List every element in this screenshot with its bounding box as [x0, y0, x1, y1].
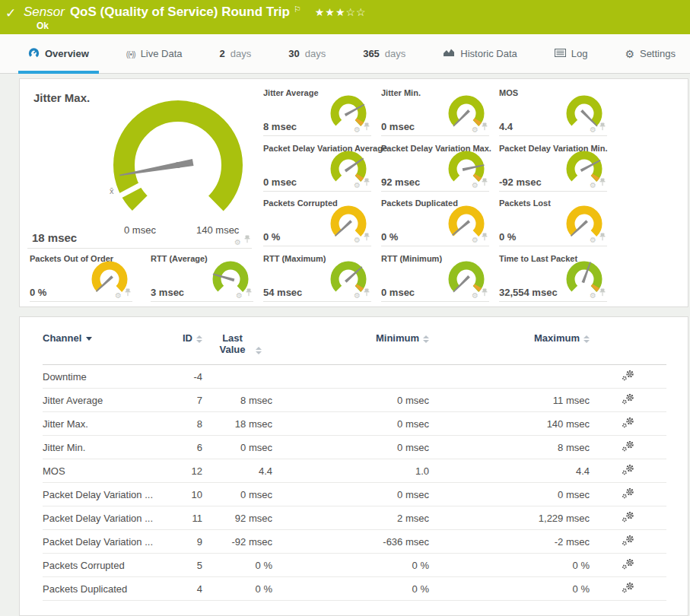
- gauge-title: Jitter Average: [263, 88, 319, 97]
- cell-channel[interactable]: Downtime: [43, 365, 168, 389]
- gear-icon[interactable]: ⚙: [354, 237, 361, 244]
- cell-maximum: 0 %: [429, 577, 590, 601]
- channel-settings-icon[interactable]: [622, 372, 635, 383]
- gear-icon[interactable]: ⚙: [354, 292, 361, 300]
- column-header-settings: [590, 328, 666, 365]
- tab-overview[interactable]: Overview: [23, 34, 94, 74]
- channel-settings-icon[interactable]: [622, 466, 635, 478]
- cell-channel[interactable]: Jitter Average: [43, 389, 168, 412]
- pin-icon[interactable]: [482, 120, 488, 134]
- gear-icon[interactable]: ⚙: [472, 182, 479, 189]
- pin-icon[interactable]: [246, 286, 252, 300]
- gear-icon[interactable]: ⚙: [590, 126, 596, 134]
- gauge-tile-packets-duplicated: Packets Duplicated0 %⚙: [381, 198, 489, 246]
- tab-settings[interactable]: ⚙Settings: [619, 34, 681, 74]
- gauge-value: 0 %: [263, 231, 280, 243]
- cell-minimum: 0 %: [272, 577, 429, 601]
- column-header-last-value[interactable]: Last Value: [202, 328, 272, 365]
- tab-label: Historic Data: [460, 48, 517, 59]
- sort-icon: [583, 335, 590, 343]
- tab-day-count: 30: [288, 48, 299, 59]
- cell-minimum: [272, 365, 429, 389]
- gear-icon[interactable]: ⚙: [234, 239, 241, 246]
- channel-settings-icon[interactable]: [622, 560, 635, 572]
- tab-live-data[interactable]: ((•))Live Data: [121, 34, 188, 74]
- pin-icon[interactable]: [364, 120, 370, 134]
- pin-icon[interactable]: [599, 286, 606, 300]
- channel-settings-icon[interactable]: [622, 537, 635, 548]
- pin-icon[interactable]: [244, 233, 250, 246]
- cell-id: 5: [168, 554, 202, 577]
- tab-30-days[interactable]: 30days: [283, 34, 331, 74]
- gauge-tile-jitter-min: Jitter Min.0 msec⚙: [381, 88, 489, 136]
- gear-icon[interactable]: ⚙: [590, 182, 596, 189]
- sensor-kind-label: Sensor: [24, 5, 65, 19]
- gauge-tile-packet-delay-variation-average: Packet Delay Variation Average0 msec⚙: [263, 144, 371, 192]
- gear-icon[interactable]: ⚙: [472, 237, 479, 244]
- pin-icon[interactable]: [482, 286, 488, 300]
- tab-historic-data[interactable]: Historic Data: [437, 34, 522, 74]
- cell-channel[interactable]: Packet Delay Variation ...: [43, 506, 168, 530]
- pin-icon[interactable]: [482, 176, 488, 189]
- pin-icon[interactable]: [599, 176, 606, 189]
- gear-icon[interactable]: ⚙: [590, 237, 596, 244]
- priority-stars[interactable]: ★★★☆☆: [315, 6, 367, 18]
- channel-settings-icon[interactable]: [622, 490, 635, 501]
- gauge-scale-min: 0 msec: [124, 224, 156, 236]
- gear-icon[interactable]: ⚙: [590, 292, 596, 300]
- column-header-id[interactable]: ID: [168, 328, 202, 365]
- cell-channel[interactable]: Jitter Max.: [43, 412, 168, 436]
- gear-icon[interactable]: ⚙: [354, 126, 361, 134]
- gear-icon[interactable]: ⚙: [472, 126, 479, 134]
- cell-settings: [590, 389, 666, 412]
- tab-365-days[interactable]: 365days: [358, 34, 411, 74]
- pin-icon[interactable]: [599, 120, 606, 134]
- tab-log[interactable]: Log: [549, 34, 593, 74]
- column-header-minimum[interactable]: Minimum: [272, 328, 429, 365]
- channel-settings-icon[interactable]: [622, 395, 635, 407]
- gear-icon[interactable]: ⚙: [115, 292, 122, 300]
- cell-maximum: 0 msec: [429, 483, 590, 506]
- tab-label: days: [231, 48, 251, 59]
- table-row-packets-duplicated-4: Packets Duplicated40 %0 %0 %: [43, 577, 666, 601]
- sort-icon: [256, 347, 262, 354]
- gear-icon[interactable]: ⚙: [236, 292, 243, 300]
- channel-table-body: Downtime-4Jitter Average78 msec0 msec11 …: [43, 365, 666, 601]
- cell-settings: [590, 459, 666, 483]
- channel-settings-icon[interactable]: [622, 419, 635, 430]
- channel-settings-icon[interactable]: [622, 513, 635, 525]
- channel-settings-icon[interactable]: [622, 443, 635, 454]
- flag-icon[interactable]: ⚐: [294, 5, 301, 14]
- pin-icon[interactable]: [482, 230, 488, 244]
- cell-channel[interactable]: MOS: [43, 459, 168, 483]
- pin-icon[interactable]: [364, 286, 370, 300]
- cell-minimum: 0 msec: [272, 436, 429, 459]
- table-row-downtime--4: Downtime-4: [43, 365, 666, 389]
- gear-icon[interactable]: ⚙: [472, 292, 479, 300]
- tab-day-count: 2: [220, 48, 225, 59]
- column-header-maximum[interactable]: Maximum: [429, 328, 590, 365]
- table-row-packet-delay-variation-11: Packet Delay Variation ...1192 msec2 mse…: [43, 506, 666, 530]
- cell-settings: [590, 365, 666, 389]
- pin-icon[interactable]: [364, 230, 370, 244]
- gauge-tile-packet-delay-variation-max: Packet Delay Variation Max.92 msec⚙: [381, 144, 489, 192]
- cell-minimum: -636 msec: [272, 530, 429, 554]
- tab-2-days[interactable]: 2days: [215, 34, 257, 74]
- pin-icon[interactable]: [125, 286, 131, 300]
- channel-settings-icon[interactable]: [622, 584, 635, 595]
- pin-icon[interactable]: [599, 230, 606, 244]
- sensor-header: ✓ SensorQoS (Quality of Service) Round T…: [0, 0, 690, 34]
- cell-channel[interactable]: Packet Delay Variation ...: [43, 483, 168, 506]
- cell-last-value: 92 msec: [202, 506, 272, 530]
- check-icon: ✓: [5, 5, 16, 21]
- cell-channel[interactable]: Packets Duplicated: [43, 577, 168, 601]
- pin-icon[interactable]: [364, 176, 370, 189]
- sort-icon: [196, 335, 202, 343]
- table-row-jitter-average-7: Jitter Average78 msec0 msec11 msec: [43, 389, 666, 412]
- gear-icon[interactable]: ⚙: [354, 182, 361, 189]
- column-header-channel[interactable]: Channel: [43, 328, 168, 365]
- cell-channel[interactable]: Packet Delay Variation ...: [43, 530, 168, 554]
- cell-channel[interactable]: Packets Corrupted: [43, 554, 168, 577]
- tab-label: Overview: [45, 48, 89, 59]
- cell-channel[interactable]: Jitter Min.: [43, 436, 168, 459]
